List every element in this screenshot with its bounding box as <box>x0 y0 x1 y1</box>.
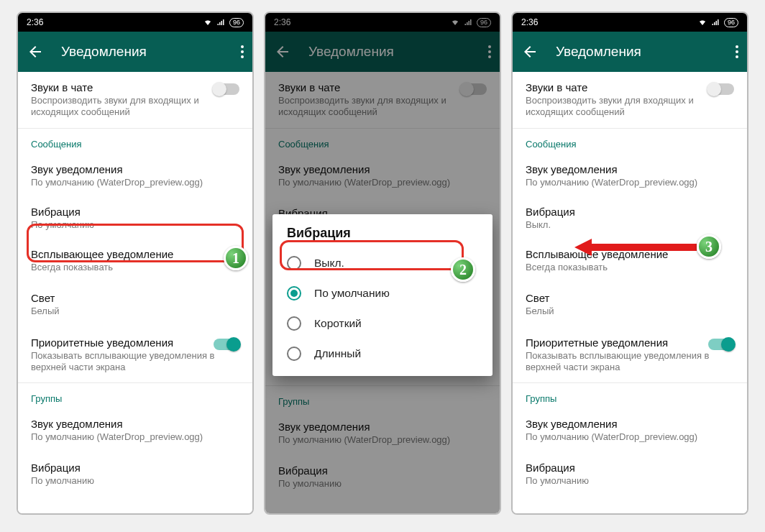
page-title: Уведомления <box>61 44 241 60</box>
chat-sounds-title: Звуки в чате <box>526 81 734 93</box>
group-sound-row[interactable]: Звук уведомления По умолчанию (WaterDrop… <box>513 408 747 452</box>
status-bar: 2:36 96 <box>18 13 252 32</box>
popup-title: Всплывающее уведомление <box>31 248 239 260</box>
chat-sounds-row[interactable]: Звуки в чате Воспроизводить звуки для вх… <box>513 72 747 128</box>
step-badge-2: 2 <box>451 257 475 282</box>
option-label: Короткий <box>314 317 362 330</box>
radio-icon <box>287 256 301 270</box>
group-vibration-title: Вибрация <box>526 462 734 474</box>
annotation-arrow <box>574 237 704 257</box>
wifi-icon <box>203 18 212 27</box>
section-messages-header: Сообщения <box>513 129 747 154</box>
notification-sound-row[interactable]: Звук уведомления По умолчанию (WaterDrop… <box>513 154 747 198</box>
chat-sounds-row[interactable]: Звуки в чате Воспроизводить звуки для вх… <box>18 72 252 128</box>
chat-sounds-toggle[interactable] <box>708 83 734 95</box>
notification-sound-row[interactable]: Звук уведомления По умолчанию (WaterDrop… <box>18 154 252 198</box>
priority-row[interactable]: Приоритетные уведомления Показывать вспл… <box>18 327 252 383</box>
settings-list: Звуки в чате Воспроизводить звуки для вх… <box>513 72 747 513</box>
wifi-icon <box>698 18 707 27</box>
group-sound-title: Звук уведомления <box>31 418 239 430</box>
notification-sound-sub: По умолчанию (WaterDrop_preview.ogg) <box>526 177 734 188</box>
notification-sound-title: Звук уведомления <box>31 163 239 175</box>
step-badge-1: 1 <box>224 246 248 270</box>
chat-sounds-toggle[interactable] <box>214 83 239 95</box>
radio-icon <box>287 316 301 331</box>
priority-row[interactable]: Приоритетные уведомления Показывать вспл… <box>513 327 747 383</box>
light-sub: Белый <box>31 306 239 317</box>
group-sound-sub: По умолчанию (WaterDrop_preview.ogg) <box>31 431 239 443</box>
option-label: По умолчанию <box>314 287 390 300</box>
app-bar: Уведомления <box>18 32 252 72</box>
step-badge-3: 3 <box>697 234 721 259</box>
vibration-sub: По умолчанию <box>31 219 239 231</box>
radio-icon <box>287 347 301 361</box>
settings-list: Звуки в чате Воспроизводить звуки для вх… <box>18 72 252 513</box>
battery-indicator: 96 <box>724 18 738 27</box>
overflow-menu-icon[interactable] <box>736 45 738 58</box>
light-title: Свет <box>31 292 239 304</box>
priority-sub: Показывать всплывающие уведомления в вер… <box>526 350 734 374</box>
chat-sounds-title: Звуки в чате <box>31 81 239 93</box>
phone-screenshot-1: 2:36 96 Уведомления Звуки в чате Воспрои… <box>17 12 254 515</box>
overflow-menu-icon[interactable] <box>241 45 244 58</box>
light-row[interactable]: Свет Белый <box>513 283 747 326</box>
option-label: Выкл. <box>314 257 344 270</box>
back-icon[interactable] <box>27 43 44 60</box>
vibration-option-short[interactable]: Короткий <box>272 308 493 339</box>
group-sound-title: Звук уведомления <box>526 418 734 430</box>
signal-icon <box>711 18 720 27</box>
group-sound-row[interactable]: Звук уведомления По умолчанию (WaterDrop… <box>18 408 252 452</box>
priority-toggle[interactable] <box>708 339 734 350</box>
group-sound-sub: По умолчанию (WaterDrop_preview.ogg) <box>526 431 734 443</box>
signal-icon <box>216 18 225 27</box>
group-vibration-title: Вибрация <box>31 462 239 474</box>
vibration-dialog: Вибрация Выкл. По умолчанию Короткий Дли… <box>272 214 493 376</box>
battery-indicator: 96 <box>229 18 244 27</box>
group-vibration-row[interactable]: Вибрация По умолчанию <box>513 452 747 496</box>
chat-sounds-sub: Воспроизводить звуки для входящих и исхо… <box>526 95 734 119</box>
group-vibration-row[interactable]: Вибрация По умолчанию <box>18 452 252 496</box>
popup-sub: Всегда показывать <box>31 262 239 273</box>
back-icon[interactable] <box>521 43 539 60</box>
vibration-row[interactable]: Вибрация По умолчанию <box>18 198 252 239</box>
status-time: 2:36 <box>27 17 43 27</box>
section-messages-header: Сообщения <box>18 129 252 154</box>
notification-sound-title: Звук уведомления <box>526 163 734 175</box>
svg-marker-0 <box>574 239 697 256</box>
group-vibration-sub: По умолчанию <box>526 475 734 487</box>
priority-sub: Показывать всплывающие уведомления в вер… <box>31 350 239 374</box>
notification-sound-sub: По умолчанию (WaterDrop_preview.ogg) <box>31 177 239 188</box>
section-groups-header: Группы <box>18 383 252 408</box>
light-sub: Белый <box>526 306 734 317</box>
priority-title: Приоритетные уведомления <box>526 336 734 349</box>
popup-row[interactable]: Всплывающее уведомление Всегда показыват… <box>18 239 252 283</box>
phone-screenshot-3: 2:36 96 Уведомления Звуки в чате Воспрои… <box>511 12 748 515</box>
vibration-option-default[interactable]: По умолчанию <box>272 278 493 308</box>
app-bar: Уведомления <box>513 32 747 72</box>
option-label: Длинный <box>314 347 361 360</box>
light-row[interactable]: Свет Белый <box>18 283 252 326</box>
popup-sub: Всегда показывать <box>526 262 734 273</box>
page-title: Уведомления <box>556 44 736 60</box>
vibration-row[interactable]: Вибрация Выкл. <box>513 198 747 239</box>
priority-title: Приоритетные уведомления <box>31 336 239 349</box>
section-groups-header: Группы <box>513 383 747 408</box>
radio-icon <box>287 286 301 301</box>
light-title: Свет <box>526 292 734 304</box>
priority-toggle[interactable] <box>214 339 239 350</box>
status-bar: 2:36 96 <box>513 13 747 32</box>
vibration-option-long[interactable]: Длинный <box>272 339 493 369</box>
chat-sounds-sub: Воспроизводить звуки для входящих и исхо… <box>31 95 239 119</box>
vibration-title: Вибрация <box>526 206 734 218</box>
dialog-title: Вибрация <box>272 226 493 248</box>
phone-screenshot-2: 2:36 96 Уведомления Звуки в чате Воспрои… <box>264 12 501 515</box>
vibration-sub: Выкл. <box>526 219 734 231</box>
group-vibration-sub: По умолчанию <box>31 475 239 487</box>
status-time: 2:36 <box>521 17 538 27</box>
vibration-title: Вибрация <box>31 206 239 218</box>
